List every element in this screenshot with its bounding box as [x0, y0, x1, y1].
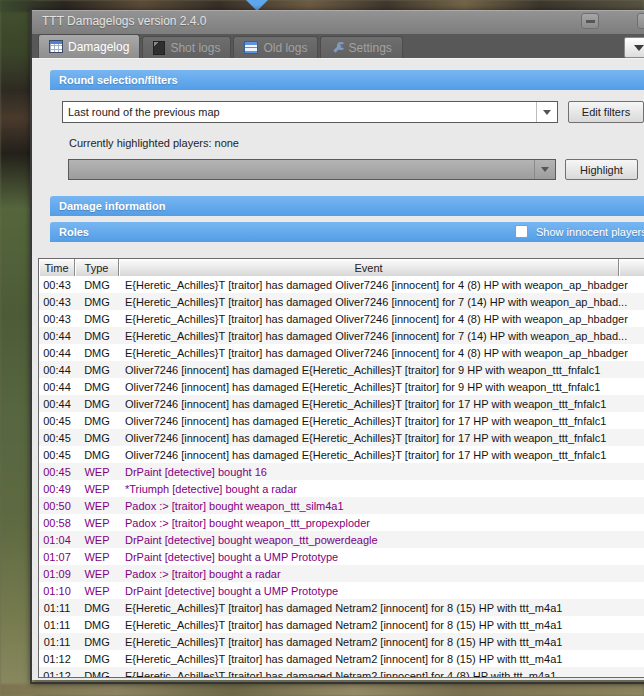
time-cell: 01:11	[39, 619, 75, 631]
type-cell: DMG	[75, 619, 119, 631]
event-cell: DrPaint [detective] bought weapon_ttt_po…	[119, 534, 644, 546]
round-select[interactable]: Last round of the previous map	[62, 101, 558, 123]
type-cell: DMG	[75, 347, 119, 359]
column-header-type[interactable]: Type	[75, 259, 119, 276]
table-row[interactable]: 01:07WEPDrPaint [detective] bought a UMP…	[39, 548, 644, 565]
table-row[interactable]: 00:45DMGOliver7246 [innocent] has damage…	[39, 446, 644, 463]
edit-filters-label: Edit filters	[582, 106, 630, 118]
time-cell: 00:50	[39, 500, 75, 512]
table-row[interactable]: 00:44DMGOliver7246 [innocent] has damage…	[39, 378, 644, 395]
time-cell: 00:58	[39, 517, 75, 529]
type-cell: DMG	[75, 653, 119, 665]
table-row[interactable]: 00:50WEPPadox :> [traitor] bought weapon…	[39, 497, 644, 514]
table-row[interactable]: 00:44DMGE{Heretic_Achilles}T [traitor] h…	[39, 327, 644, 344]
table-row[interactable]: 01:09WEPPadox :> [traitor] bought a rada…	[39, 565, 644, 582]
time-cell: 00:45	[39, 432, 75, 444]
damage-information-header: Damage information	[50, 196, 644, 216]
event-cell: E{Heretic_Achilles}T [traitor] has damag…	[119, 636, 644, 648]
minimize-button[interactable]	[581, 13, 599, 29]
type-cell: DMG	[75, 330, 119, 342]
tab-label: Shot logs	[170, 41, 220, 55]
highlight-select[interactable]	[68, 159, 556, 180]
title-bar[interactable]: TTT Damagelogs version 2.4.0	[32, 10, 644, 34]
chevron-down-icon	[634, 45, 644, 51]
table-row[interactable]: 01:11DMGE{Heretic_Achilles}T [traitor] h…	[39, 633, 644, 650]
event-cell: DrPaint [detective] bought a UMP Prototy…	[119, 551, 644, 563]
show-innocent-checkbox[interactable]	[515, 225, 528, 238]
tab-label: Damagelog	[68, 40, 129, 54]
time-cell: 01:12	[39, 670, 75, 679]
highlight-select-arrow[interactable]	[534, 160, 555, 179]
tab-label: Settings	[348, 41, 391, 55]
time-cell: 01:07	[39, 551, 75, 563]
table-row[interactable]: 00:43DMGE{Heretic_Achilles}T [traitor] h…	[39, 276, 644, 293]
table-row[interactable]: 00:44DMGOliver7246 [innocent] has damage…	[39, 361, 644, 378]
time-cell: 01:11	[39, 602, 75, 614]
table-row[interactable]: 00:49WEP*Triumph [detective] bought a ra…	[39, 480, 644, 497]
round-select-value: Last round of the previous map	[63, 106, 536, 118]
table-row[interactable]: 00:43DMGE{Heretic_Achilles}T [traitor] h…	[39, 310, 644, 327]
tab-settings[interactable]: Settings	[320, 36, 402, 58]
event-cell: DrPaint [detective] bought 16	[119, 466, 644, 478]
type-cell: DMG	[75, 432, 119, 444]
table-row[interactable]: 00:45DMGOliver7246 [innocent] has damage…	[39, 429, 644, 446]
table-row[interactable]: 01:11DMGE{Heretic_Achilles}T [traitor] h…	[39, 616, 644, 633]
round-select-arrow[interactable]	[536, 102, 557, 122]
time-cell: 00:44	[39, 381, 75, 393]
table-row[interactable]: 00:44DMGE{Heretic_Achilles}T [traitor] h…	[39, 344, 644, 361]
type-cell: DMG	[75, 381, 119, 393]
table-row[interactable]: 00:44DMGOliver7246 [innocent] has damage…	[39, 395, 644, 412]
table-row[interactable]: 01:04WEPDrPaint [detective] bought weapo…	[39, 531, 644, 548]
window-title: TTT Damagelogs version 2.4.0	[42, 14, 207, 28]
round-filters-title: Round selection/filters	[59, 74, 178, 86]
tab-old-logs[interactable]: Old logs	[233, 36, 318, 58]
roles-title: Roles	[59, 226, 89, 238]
tab-label: Old logs	[263, 41, 307, 55]
event-cell: E{Heretic_Achilles}T [traitor] has damag…	[119, 313, 644, 325]
cabinet-icon	[244, 41, 258, 54]
table-row[interactable]: 00:45WEPDrPaint [detective] bought 16	[39, 463, 644, 480]
highlight-button[interactable]: Highlight	[565, 159, 638, 180]
table-row[interactable]: 01:12DMGE{Heretic_Achilles}T [traitor] h…	[39, 650, 644, 667]
type-cell: DMG	[75, 296, 119, 308]
time-cell: 01:12	[39, 653, 75, 665]
type-cell: WEP	[75, 534, 119, 546]
edit-filters-button[interactable]: Edit filters	[568, 101, 644, 123]
time-cell: 01:09	[39, 568, 75, 580]
type-cell: DMG	[75, 279, 119, 291]
show-innocent-label: Show innocent players	[536, 222, 644, 242]
column-header-time[interactable]: Time	[39, 259, 75, 276]
time-cell: 01:04	[39, 534, 75, 546]
event-cell: Oliver7246 [innocent] has damaged E{Here…	[119, 449, 644, 461]
type-cell: WEP	[75, 568, 119, 580]
type-cell: DMG	[75, 636, 119, 648]
log-table-body: 00:43DMGE{Heretic_Achilles}T [traitor] h…	[39, 276, 644, 678]
column-header-event[interactable]: Event	[119, 259, 619, 276]
page-icon	[153, 41, 165, 55]
time-cell: 00:43	[39, 296, 75, 308]
time-cell: 00:43	[39, 313, 75, 325]
time-cell: 01:10	[39, 585, 75, 597]
event-cell: Padox :> [traitor] bought weapon_ttt_pro…	[119, 517, 644, 529]
minimize-icon	[586, 20, 595, 23]
game-background-left	[0, 0, 34, 696]
column-header-filler	[619, 259, 644, 276]
table-row[interactable]: 00:58WEPPadox :> [traitor] bought weapon…	[39, 514, 644, 531]
tab-shot-logs[interactable]: Shot logs	[142, 36, 231, 58]
roles-header: Roles Show innocent players	[50, 222, 644, 242]
type-cell: WEP	[75, 500, 119, 512]
table-row[interactable]: 01:12DMGE{Heretic_Achilles}T [traitor] h…	[39, 667, 644, 678]
table-row[interactable]: 01:11DMGE{Heretic_Achilles}T [traitor] h…	[39, 599, 644, 616]
table-row[interactable]: 01:10WEPDrPaint [detective] bought a UMP…	[39, 582, 644, 599]
table-row[interactable]: 00:43DMGE{Heretic_Achilles}T [traitor] h…	[39, 293, 644, 310]
chevron-down-icon	[541, 167, 549, 172]
damage-log-table[interactable]: Time Type Event 00:43DMGE{Heretic_Achill…	[38, 258, 644, 678]
type-cell: DMG	[75, 449, 119, 461]
table-row[interactable]: 00:45DMGOliver7246 [innocent] has damage…	[39, 412, 644, 429]
close-button[interactable]	[637, 13, 644, 29]
tab-overflow-button[interactable]	[624, 37, 644, 58]
event-cell: Padox :> [traitor] bought weapon_ttt_sil…	[119, 500, 644, 512]
event-cell: E{Heretic_Achilles}T [traitor] has damag…	[119, 296, 644, 308]
tab-damagelog[interactable]: Damagelog	[38, 34, 140, 58]
highlighted-players-caption: Currently highlighted players: none	[69, 137, 239, 149]
